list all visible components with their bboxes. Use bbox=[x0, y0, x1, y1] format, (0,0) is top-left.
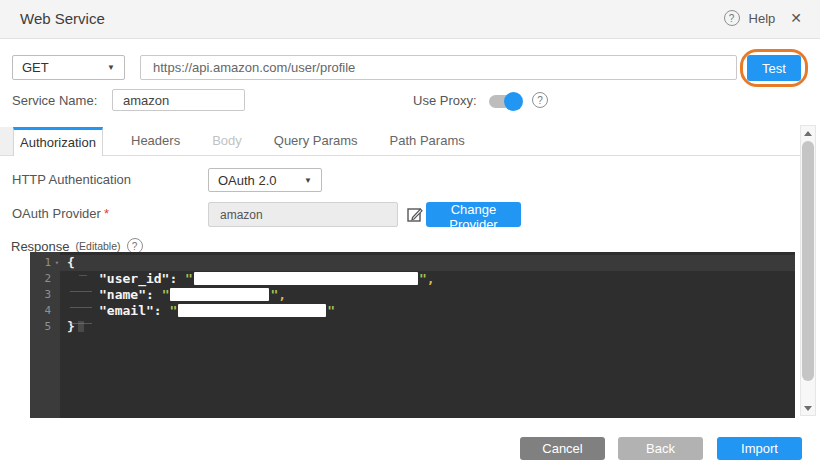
json-key: "user_id" bbox=[99, 271, 169, 286]
scroll-region: Authorization Headers Body Query Params … bbox=[0, 122, 820, 422]
back-button[interactable]: Back bbox=[618, 437, 703, 460]
redacted-value bbox=[170, 288, 269, 301]
web-service-dialog: Web Service ? Help ✕ GET ▼ Test Service … bbox=[0, 0, 820, 475]
http-auth-select[interactable]: OAuth 2.0 ▼ bbox=[208, 168, 322, 192]
cancel-button[interactable]: Cancel bbox=[520, 437, 605, 460]
close-icon[interactable]: ✕ bbox=[790, 10, 802, 26]
toggle-knob bbox=[504, 92, 523, 111]
use-proxy-label: Use Proxy: bbox=[413, 93, 477, 108]
test-button[interactable]: Test bbox=[747, 55, 801, 81]
redacted-value bbox=[194, 272, 418, 285]
open-brace: { bbox=[67, 255, 75, 270]
http-auth-value: OAuth 2.0 bbox=[218, 173, 277, 188]
line-number: 4 bbox=[30, 303, 60, 319]
oauth-provider-input bbox=[208, 202, 398, 227]
oauth-provider-label: OAuth Provider* bbox=[12, 206, 109, 221]
line-number: 2 bbox=[30, 271, 60, 287]
tab-headers[interactable]: Headers bbox=[115, 127, 196, 155]
code-line: 1▾ { bbox=[30, 255, 795, 271]
tab-body: Body bbox=[196, 127, 258, 155]
response-editable-label: (Editable) bbox=[76, 240, 121, 252]
tab-path-params[interactable]: Path Params bbox=[374, 127, 481, 155]
code-line: 5 } bbox=[30, 319, 795, 335]
page-title: Web Service bbox=[20, 10, 105, 27]
response-code-editor[interactable]: 1▾ { 2 "user_id": "", 3 "name": "", 4 "e… bbox=[30, 252, 795, 418]
tab-bar: Authorization Headers Body Query Params … bbox=[0, 127, 800, 156]
fold-caret-icon[interactable]: ▾ bbox=[55, 255, 59, 271]
edit-icon[interactable] bbox=[407, 206, 424, 223]
service-name-label: Service Name: bbox=[12, 93, 97, 108]
help-icon[interactable]: ? bbox=[724, 10, 740, 26]
http-method-select[interactable]: GET ▼ bbox=[12, 55, 125, 80]
http-method-value: GET bbox=[22, 60, 49, 75]
use-proxy-toggle[interactable] bbox=[489, 95, 521, 108]
help-link[interactable]: Help bbox=[749, 11, 776, 26]
proxy-help-icon[interactable]: ? bbox=[532, 92, 548, 108]
titlebar: Web Service ? Help ✕ bbox=[0, 0, 820, 39]
import-button[interactable]: Import bbox=[717, 437, 802, 460]
required-marker: * bbox=[104, 206, 109, 221]
scrollbar-thumb[interactable] bbox=[802, 141, 814, 381]
chevron-down-icon: ▼ bbox=[304, 176, 312, 185]
close-brace: } bbox=[67, 319, 75, 334]
code-line: 3 "name": "", bbox=[30, 287, 795, 303]
redacted-value bbox=[178, 304, 326, 317]
line-number: 1▾ bbox=[30, 255, 60, 271]
url-input[interactable] bbox=[140, 55, 737, 80]
json-key: "name" bbox=[99, 287, 146, 302]
tabbar-lead-strip bbox=[0, 127, 13, 156]
code-line: 2 "user_id": "", bbox=[30, 271, 795, 287]
chevron-down-icon: ▼ bbox=[107, 63, 115, 72]
json-key: "email" bbox=[99, 303, 154, 318]
scroll-down-icon[interactable] bbox=[801, 402, 815, 414]
tab-authorization[interactable]: Authorization bbox=[13, 127, 103, 156]
service-name-input[interactable] bbox=[112, 89, 245, 111]
http-auth-label: HTTP Authentication bbox=[12, 172, 131, 187]
scroll-up-icon[interactable] bbox=[801, 127, 815, 139]
vertical-scrollbar[interactable] bbox=[800, 125, 816, 416]
code-line: 4 "email": "" bbox=[30, 303, 795, 319]
line-number: 3 bbox=[30, 287, 60, 303]
annotation-highlight-ring: Test bbox=[740, 49, 808, 87]
change-provider-button[interactable]: Change Provider bbox=[426, 202, 521, 227]
line-number: 5 bbox=[30, 319, 60, 335]
tab-query-params[interactable]: Query Params bbox=[258, 127, 374, 155]
